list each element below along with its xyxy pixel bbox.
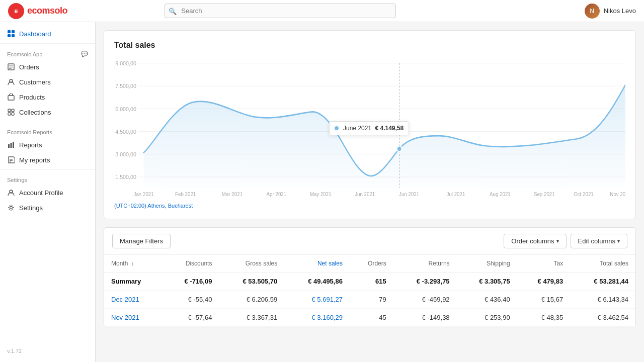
svg-text:Apr 2021: Apr 2021 [267,191,287,197]
order-columns-chevron-icon: ▾ [556,238,559,244]
table-row-summary: Summary € -716,09 € 53.505,70 € 49.495,8… [104,273,635,291]
svg-text:May 2021: May 2021 [310,191,332,197]
row-shipping-dec: € 436,40 [457,291,517,309]
summary-label: Summary [104,273,163,291]
dashboard-icon [7,30,15,38]
col-total-sales: Total sales [570,255,635,273]
sidebar-item-account-profile[interactable]: Account Profile [0,185,95,200]
svg-rect-3 [12,30,15,33]
svg-rect-2 [8,30,11,33]
sidebar-item-collections[interactable]: Collections [0,105,95,120]
svg-text:Aug 2021: Aug 2021 [490,191,511,197]
svg-text:€ 1.500,00: € 1.500,00 [114,174,136,180]
table-card: Manage Filters Order columns ▾ Edit colu… [104,227,636,327]
svg-rect-16 [8,144,10,148]
orders-icon [7,63,15,71]
svg-text:e: e [15,8,18,15]
sidebar-item-customers[interactable]: Customers [0,74,95,89]
svg-text:Jul 2021: Jul 2021 [447,191,465,197]
row-month-dec[interactable]: Dec 2021 [104,291,163,309]
col-shipping: Shipping [457,255,517,273]
summary-orders: 615 [350,273,393,291]
svg-point-23 [10,207,13,209]
my-reports-icon [7,156,15,164]
sidebar-item-settings[interactable]: Settings [0,200,95,215]
user-menu[interactable]: N Nikos Levo [585,4,636,19]
order-columns-button[interactable]: Order columns ▾ [504,234,566,248]
chart-area: € 9.000,00 € 7.500,00 € 6.000,00 € 4.500… [114,58,625,199]
ecomsolo-reports-label: Ecomsolo Reports [0,124,95,137]
order-columns-label: Order columns [511,237,554,245]
row-discounts-dec: € -55,40 [163,291,219,309]
edit-columns-label: Edit columns [578,237,615,245]
svg-rect-4 [8,34,11,37]
col-gross-sales: Gross sales [219,255,284,273]
sort-icon: ↕ [131,261,134,266]
sales-table: Month ↕ Discounts Gross sales Net sales … [104,255,635,327]
edit-columns-button[interactable]: Edit columns ▾ [571,234,627,248]
sidebar-item-dashboard[interactable]: Dashboard [0,26,95,41]
col-month[interactable]: Month ↕ [104,255,163,273]
message-icon[interactable]: 💬 [81,51,88,57]
svg-text:€ 4.500,00: € 4.500,00 [114,128,136,135]
col-discounts: Discounts [163,255,219,273]
row-shipping-nov: € 253,90 [457,309,517,327]
svg-text:€ 6.000,00: € 6.000,00 [114,106,136,112]
row-net-sales-nov: € 3.160,29 [284,309,350,327]
search-input[interactable] [165,4,396,18]
logo-text: ecomsolo [27,6,67,16]
account-icon [7,189,15,197]
row-orders-nov: 45 [350,309,393,327]
svg-text:€ 9.000,00: € 9.000,00 [114,60,136,67]
sidebar-account-profile-label: Account Profile [19,189,63,197]
main-layout: Dashboard Ecomsolo App 💬 Orders Customer… [0,22,644,362]
row-net-sales-dec: € 5.691,27 [284,291,350,309]
app-header: e ecomsolo 🔍 N Nikos Levo [0,0,644,22]
settings-section-label: Settings [0,172,95,185]
row-total-sales-nov: € 3.462,54 [570,309,635,327]
svg-rect-12 [8,109,11,112]
summary-shipping: € 3.305,75 [457,273,517,291]
svg-text:Nov 2021: Nov 2021 [610,191,625,197]
row-tax-dec: € 15,67 [517,291,571,309]
row-orders-dec: 79 [350,291,393,309]
sidebar-dashboard-label: Dashboard [19,30,51,38]
chart-datapoint [397,146,402,152]
row-returns-dec: € -459,92 [393,291,457,309]
reports-icon [7,141,15,149]
sidebar-item-products[interactable]: Products [0,89,95,105]
svg-rect-14 [8,113,11,115]
manage-filters-button[interactable]: Manage Filters [112,234,171,248]
sidebar-settings-label: Settings [19,204,43,212]
row-month-nov[interactable]: Nov 2021 [104,309,163,327]
summary-discounts: € -716,09 [163,273,219,291]
summary-gross-sales: € 53.505,70 [219,273,284,291]
version-label: v.1.72 [0,344,95,358]
row-tax-nov: € 48,35 [517,309,571,327]
sidebar-item-reports[interactable]: Reports [0,137,95,152]
sidebar-item-my-reports[interactable]: My reports [0,152,95,167]
sidebar-item-orders[interactable]: Orders [0,59,95,74]
svg-text:Jan 2021: Jan 2021 [134,191,154,197]
col-net-sales: Net sales [284,255,350,273]
summary-returns: € -3.293,75 [393,273,457,291]
summary-net-sales: € 49.495,86 [284,273,350,291]
chart-title: Total sales [114,41,625,50]
settings-icon [7,204,15,212]
sales-chart-svg: € 9.000,00 € 7.500,00 € 6.000,00 € 4.500… [114,58,625,199]
sidebar-customers-label: Customers [19,78,51,86]
svg-rect-13 [12,109,14,112]
products-icon [7,93,15,101]
logo: e ecomsolo [8,3,67,19]
table-row: Nov 2021 € -57,64 € 3.367,31 € 3.160,29 … [104,309,635,327]
main-content: Total sales € 9.000,00 € 7.500,00 € 6.00… [96,22,644,362]
svg-text:Feb 2021: Feb 2021 [175,191,196,197]
svg-text:€ 7.500,00: € 7.500,00 [114,83,136,89]
logo-icon: e [8,3,24,19]
table-toolbar: Manage Filters Order columns ▾ Edit colu… [104,228,635,255]
ecomsolo-app-label: Ecomsolo App 💬 [0,46,95,59]
sidebar-my-reports-label: My reports [19,156,50,164]
row-discounts-nov: € -57,64 [163,309,219,327]
search-bar: 🔍 [165,4,396,18]
col-orders: Orders [350,255,393,273]
